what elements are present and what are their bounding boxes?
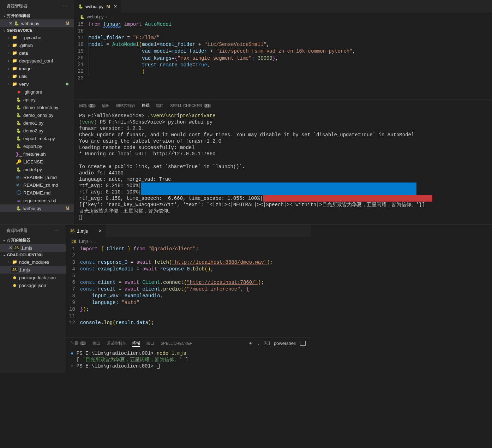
- open-editors-section[interactable]: ⌄ 打开的编辑器: [0, 12, 74, 19]
- chevron-down-icon: ⌄: [3, 28, 6, 32]
- file-name: venv: [19, 82, 29, 87]
- code-editor[interactable]: 123456789101112 import { Client } from "…: [66, 246, 311, 337]
- tab-problems[interactable]: 问题31: [79, 102, 96, 109]
- tree-item[interactable]: ⬢package.json: [0, 281, 66, 289]
- tab-output[interactable]: 输出: [102, 102, 110, 109]
- tree-item[interactable]: 🐍demo_libtorch.py: [0, 103, 74, 111]
- folder-icon: 📁: [11, 259, 18, 265]
- file-name: demo1.py: [23, 120, 43, 126]
- open-editor-item[interactable]: ✕🐍webui.pyM: [0, 19, 74, 27]
- modified-badge: M: [106, 4, 110, 9]
- tree-item[interactable]: 🐍webui.pyM: [0, 204, 74, 212]
- tab-terminal[interactable]: 终端: [142, 102, 150, 109]
- tree-item[interactable]: 🐍demo_onnx.py: [0, 111, 74, 119]
- open-editors-section[interactable]: ⌄ 打开的编辑器: [0, 237, 66, 244]
- file-name: 1.mjs: [21, 245, 32, 251]
- tab-spellchecker[interactable]: SPELL CHECKER: [161, 340, 193, 346]
- text-icon: ≣: [16, 198, 22, 203]
- tab-output[interactable]: 输出: [92, 340, 100, 347]
- file-name: README_ja.md: [23, 175, 57, 180]
- tree-item[interactable]: ≣requirements.txt: [0, 197, 74, 204]
- chevron-icon: ›: [6, 260, 11, 264]
- close-icon[interactable]: ✕: [8, 245, 13, 250]
- powershell-icon[interactable]: >_: [264, 341, 270, 345]
- tree-item[interactable]: 🐍export.py: [0, 142, 74, 150]
- tab-debug[interactable]: 调试控制台: [116, 102, 136, 109]
- tree-item[interactable]: ⬢package-lock.json: [0, 274, 66, 281]
- window-gradioclient: 资源管理器 ··· ⌄ 打开的编辑器 ✕JS1.mjs ⌄ GRADIOCLIE…: [0, 225, 311, 373]
- line-gutter: 151617181920212223: [74, 21, 89, 100]
- shell-label[interactable]: powershell: [274, 341, 296, 346]
- tab-1mjs[interactable]: JS 1.mjs ✕: [66, 225, 106, 237]
- close-icon[interactable]: ✕: [98, 228, 102, 233]
- code-body[interactable]: from funasr import AutoModel model_folde…: [89, 21, 492, 100]
- tree-item[interactable]: ›📁node_modules: [0, 258, 66, 266]
- tree-item[interactable]: 🐍api.py: [0, 96, 74, 103]
- file-name: demo2.py: [23, 128, 43, 133]
- tree-item[interactable]: 🐍model.py: [0, 166, 74, 173]
- tree-item[interactable]: 🐍export_meta.py: [0, 135, 74, 142]
- bottom-panel: 问题1 输出 调试控制台 终端 端口 SPELL CHECKER ＋ ⌄ >_ …: [66, 337, 311, 373]
- code-body[interactable]: import { Client } from "@gradio/client";…: [80, 246, 311, 337]
- bottom-panel: 问题31 输出 调试控制台 终端 端口 SPELL CHECKER31 PS F…: [74, 100, 492, 224]
- chevron-icon: ›: [6, 59, 11, 63]
- tree-item[interactable]: ›📁__pycache__: [0, 34, 74, 41]
- tab-problems[interactable]: 问题1: [71, 340, 86, 347]
- more-icon[interactable]: ···: [53, 227, 61, 234]
- chevron-icon: ›: [6, 67, 11, 71]
- tree-item[interactable]: 🐍demo2.py: [0, 127, 74, 135]
- file-name: webui.py: [21, 21, 39, 26]
- terminal-content[interactable]: PS F:\mllm\SenseVoice> .\venv\scripts\ac…: [74, 111, 492, 224]
- editor-area: 🐍 webui.py M ✕ 🐍 webui.py › ... 15161718…: [74, 0, 492, 224]
- tree-item[interactable]: ❯_finetune.sh: [0, 150, 74, 158]
- tab-ports[interactable]: 端口: [156, 102, 164, 109]
- tree-item[interactable]: ›📁deepspeed_conf: [0, 57, 74, 65]
- open-editor-item[interactable]: ✕JS1.mjs: [0, 244, 66, 252]
- tree-item[interactable]: ›📁image: [0, 65, 74, 72]
- sidebar-header: 资源管理器 ···: [0, 225, 66, 237]
- tab-webui[interactable]: 🐍 webui.py M ✕: [74, 0, 121, 13]
- tree-item[interactable]: JS1.mjs: [0, 266, 66, 274]
- editor-area: JS 1.mjs ✕ JS 1.mjs › ... 12345678910111…: [66, 225, 311, 373]
- panel-tabs: 问题31 输出 调试控制台 终端 端口 SPELL CHECKER31: [74, 100, 492, 111]
- tab-ports[interactable]: 端口: [146, 340, 154, 347]
- folder-icon: 📁: [11, 58, 18, 64]
- tree-item[interactable]: M↓README_zh.md: [0, 181, 74, 189]
- chevron-right-icon: ›: [91, 239, 92, 244]
- tree-item[interactable]: 🔑LICENSE: [0, 158, 74, 166]
- python-icon: 🐍: [13, 20, 20, 26]
- tree-item[interactable]: ›📁venv: [0, 80, 74, 88]
- project-section[interactable]: ⌄ GRADIOCLIENT001: [0, 252, 66, 258]
- breadcrumb[interactable]: 🐍 webui.py › ...: [74, 13, 492, 21]
- terminal-content[interactable]: ● PS E:\llm\gradioclient001> node 1.mjs …: [66, 349, 311, 373]
- spell-count: 31: [204, 104, 211, 108]
- close-icon[interactable]: ✕: [8, 21, 13, 26]
- tab-debug[interactable]: 调试控制台: [107, 340, 126, 347]
- tab-terminal[interactable]: 终端: [132, 340, 140, 347]
- tree-item[interactable]: 🐍demo1.py: [0, 119, 74, 127]
- project-section[interactable]: ⌄ SENSEVOICE: [0, 27, 74, 34]
- tree-item[interactable]: ›📁data: [0, 49, 74, 57]
- folder-icon: 📁: [11, 73, 18, 79]
- chevron-icon: ›: [6, 74, 11, 78]
- file-name: 1.mjs: [19, 267, 30, 273]
- code-editor[interactable]: 151617181920212223 from funasr import Au…: [74, 21, 492, 100]
- tab-spellchecker[interactable]: SPELL CHECKER31: [170, 103, 211, 108]
- tree-item[interactable]: ◆.gitignore: [0, 88, 74, 96]
- markdown-icon: M↓: [16, 182, 22, 188]
- split-icon[interactable]: [300, 341, 306, 346]
- license-icon: 🔑: [16, 159, 22, 165]
- more-icon[interactable]: ···: [61, 3, 70, 9]
- tree-item[interactable]: ›📁utils: [0, 72, 74, 80]
- folder-icon: 📁: [11, 35, 18, 40]
- tree-item[interactable]: ⓘREADME.md: [0, 189, 74, 197]
- chevron-down-icon[interactable]: ⌄: [257, 341, 260, 345]
- tab-bar: JS 1.mjs ✕: [66, 225, 311, 237]
- breadcrumb[interactable]: JS 1.mjs › ...: [66, 237, 311, 246]
- tree-item[interactable]: ›📁.github: [0, 41, 74, 49]
- plus-icon[interactable]: ＋: [248, 340, 253, 346]
- file-name: requirements.txt: [23, 198, 56, 203]
- tree-item[interactable]: M↓README_ja.md: [0, 173, 74, 181]
- project-name: GRADIOCLIENT001: [7, 253, 43, 257]
- close-icon[interactable]: ✕: [114, 4, 117, 9]
